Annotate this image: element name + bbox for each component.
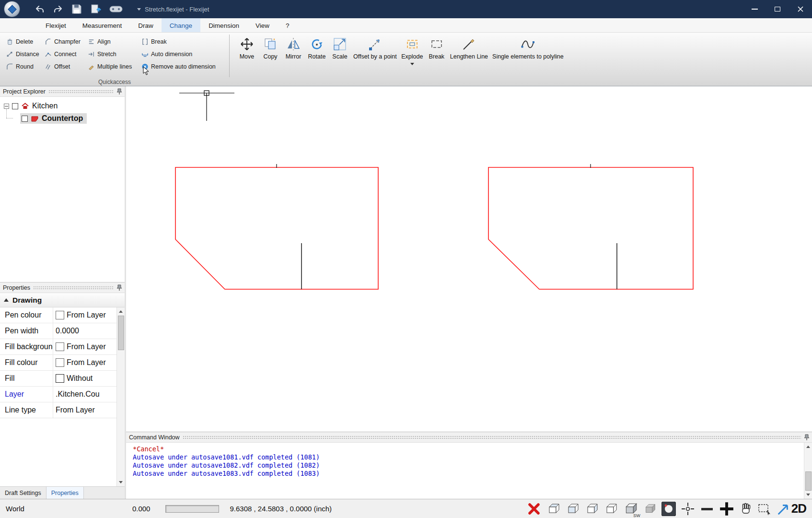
button-label: Remove auto dimension [151,63,216,70]
scrollbar-thumb[interactable] [805,471,812,491]
explode-dropdown-icon[interactable] [410,63,414,65]
scroll-up-icon[interactable] [117,307,125,316]
save-icon[interactable] [71,3,82,15]
ribbon-button-explode[interactable]: Explode [400,36,425,66]
drawing-canvas[interactable] [126,86,812,432]
ribbon-button-lengthen-line[interactable]: Lengthen Line [449,36,489,61]
ribbon-button-single-elements-to-polyline[interactable]: Single elements to polyline [491,36,565,61]
ribbon-button-offset-by-a-point[interactable]: Offset by a point [352,36,398,61]
pin-icon[interactable] [116,284,122,291]
properties-scrollbar[interactable] [116,307,125,486]
2d-arrow-icon [777,502,790,516]
copy-icon [263,37,278,51]
ribbon-button-round[interactable]: Round [5,60,43,73]
tab-flexijet[interactable]: Flexijet [37,18,74,32]
gamepad-icon[interactable] [109,5,123,13]
selection-window-icon[interactable] [757,502,772,516]
tree-item-kitchen[interactable]: Kitchen [4,102,125,110]
cancel-icon[interactable] [526,502,542,516]
close-button[interactable] [789,0,812,18]
pen-colour-value[interactable]: From Layer [53,307,116,323]
button-label: Mirror [286,53,302,60]
title-caret-icon[interactable] [137,8,141,11]
pen-width-value[interactable]: 0.0000 [53,323,116,339]
ribbon-button-scale[interactable]: Scale [329,36,350,61]
shaded-view-icon[interactable]: SW [623,501,638,517]
scroll-up-icon[interactable] [804,443,812,451]
redo-icon[interactable] [53,5,63,13]
ribbon-button-align[interactable]: Align [86,35,140,48]
explode-icon [405,37,419,51]
section-drawing[interactable]: Drawing [0,293,125,307]
kitchen-checkbox[interactable] [12,103,18,109]
collapse-icon[interactable] [4,104,9,109]
right-countertop-outline[interactable] [488,167,693,289]
orbit-icon[interactable] [681,502,695,516]
pin-icon[interactable] [804,434,810,441]
button-label: Single elements to polyline [492,53,564,60]
view-cube-4-icon[interactable] [604,502,618,516]
ribbon-button-champfer[interactable]: Champfer [43,35,86,48]
ribbon-button-auto-dimension[interactable]: Auto dimension [140,48,226,60]
scroll-down-icon[interactable] [804,491,812,499]
countertop-checkbox[interactable] [22,116,28,122]
command-line: Autosave under autosave1081.vdf complete… [133,453,801,461]
zoom-plus-icon[interactable] [719,501,734,517]
fill-background-value[interactable]: From Layer [53,339,116,354]
view-cube-3-icon[interactable] [585,502,599,516]
ribbon-button-rotate[interactable]: Rotate [306,36,328,61]
layer-value[interactable]: .Kitchen.Cou [53,387,116,402]
scroll-down-icon[interactable] [117,478,125,486]
ribbon-button-delete[interactable]: Delete [5,35,43,48]
app-logo[interactable] [4,1,20,17]
zoom-bar-icon[interactable] [700,502,714,516]
maximize-button[interactable] [766,0,789,18]
line-type-value[interactable]: From Layer [53,402,116,418]
command-scrollbar[interactable] [804,443,812,499]
tab-properties[interactable]: Properties [46,487,84,499]
tab-change[interactable]: Change [162,18,200,32]
ribbon-button-remove-auto-dimension[interactable]: Remove auto dimension [140,60,226,73]
header-texture [183,436,801,439]
mode-2d-button[interactable]: 2D [777,501,806,516]
view-cube-1-icon[interactable] [546,502,561,516]
tab-dimension[interactable]: Dimension [200,18,247,32]
tab-help[interactable]: ? [278,18,298,32]
ribbon-button-multiple-lines[interactable]: Multiple lines [86,60,140,73]
ribbon-button-copy[interactable]: Copy [260,36,281,61]
fill-colour-value[interactable]: From Layer [53,355,116,370]
ribbon-button-break-small[interactable]: Break [140,35,226,48]
ribbon-button-offset[interactable]: Offset [43,60,86,73]
scrollbar-thumb[interactable] [118,316,124,350]
tab-draw[interactable]: Draw [130,18,162,32]
render-view-icon[interactable] [661,502,676,516]
multiple-lines-icon [88,63,95,71]
left-countertop-outline[interactable] [175,167,378,289]
command-log[interactable]: *Cancel* Autosave under autosave1081.vdf… [126,443,812,499]
button-label: Align [97,38,111,45]
tree-item-countertop[interactable]: Countertop [20,113,87,124]
view-cube-2-icon[interactable] [566,502,580,516]
property-label-layer[interactable]: Layer [0,390,53,399]
connect-icon [45,50,52,58]
pan-hand-icon[interactable] [739,502,753,516]
property-row: Layer .Kitchen.Cou [0,387,116,402]
export-icon[interactable] [90,4,102,14]
fill-value[interactable]: Without [53,371,116,386]
ribbon-button-distance[interactable]: Distance [5,48,43,60]
ribbon-button-break-large[interactable]: Break [426,36,447,61]
mouse-cursor [143,66,150,76]
button-label: Offset by a point [353,53,397,60]
tab-draft-settings[interactable]: Draft Settings [0,487,46,499]
solid-cube-icon[interactable] [643,502,657,516]
tab-measurement[interactable]: Measurement [74,18,130,32]
ribbon-button-stretch[interactable]: Stretch [86,48,140,60]
undo-icon[interactable] [35,5,45,13]
ribbon-button-move[interactable]: Move [235,36,258,61]
tab-view[interactable]: View [247,18,278,32]
minimize-button[interactable] [743,0,766,18]
ribbon-button-connect[interactable]: Connect [43,48,86,60]
ribbon-button-mirror[interactable]: Mirror [282,36,304,61]
value-text: From Layer [67,342,106,351]
pin-icon[interactable] [116,88,122,95]
